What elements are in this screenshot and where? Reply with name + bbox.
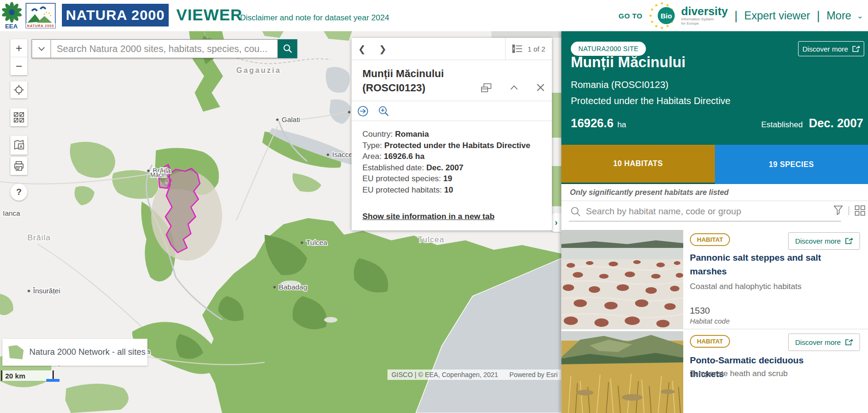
help-button[interactable]: ? (10, 184, 27, 201)
biodiversity-logo-text[interactable]: diversity Information System for Europe (681, 6, 728, 26)
popup-nav-row: ❮ ❯ 1 of 2 (352, 38, 552, 60)
svg-text:★: ★ (650, 19, 654, 24)
eea-logo-icon: EEA (1, 1, 25, 30)
dock-popup-button[interactable] (481, 83, 491, 92)
map-attribution: GISCO | © EEA, Copenhagen, 2021 Powered … (387, 369, 561, 380)
habitat-card[interactable]: HABITAT Discover more Ponto-Sarmatic dec… (561, 331, 868, 413)
map-place-label: Babadag (279, 283, 307, 291)
header-separator: | (815, 9, 822, 23)
habitat-discover-more-button[interactable]: Discover more (788, 334, 860, 351)
habitat-group: Temperate heath and scrub (690, 369, 788, 378)
habitat-discover-more-button[interactable]: Discover more (788, 232, 860, 250)
habitat-badge: HABITAT (690, 233, 730, 246)
discover-more-button[interactable]: Discover more (798, 41, 864, 56)
biodiversity-logo-icon[interactable]: ★★★ ★★★ ★★★ ★★★ Bio (647, 1, 677, 30)
scale-label: 20 km (2, 372, 26, 380)
tab-habitats[interactable]: 10 HABITATS (561, 145, 715, 184)
svg-text:★: ★ (650, 7, 654, 12)
zoom-in-button[interactable]: + (10, 39, 27, 57)
external-link-icon (845, 339, 853, 346)
map-place-label: Însurăței (33, 287, 60, 295)
collapse-popup-button[interactable] (510, 85, 518, 90)
scrollbar-fragment (46, 379, 60, 382)
close-popup-button[interactable] (537, 84, 544, 91)
close-icon (537, 84, 544, 91)
search-category-dropdown[interactable] (32, 39, 51, 58)
svg-text:★: ★ (654, 24, 658, 28)
map-place-label: Tulcea (418, 235, 444, 244)
sidebar-expander-button[interactable]: › (551, 213, 561, 232)
grid-view-icon[interactable] (855, 205, 868, 216)
site-info-new-tab-link[interactable]: Show site information in a new tab (362, 212, 495, 221)
locate-button[interactable] (10, 81, 27, 98)
habitat-search-input[interactable] (586, 204, 794, 219)
habitat-card[interactable]: HABITAT Discover more Pannonic salt step… (561, 230, 868, 329)
more-menu[interactable]: More (826, 9, 851, 22)
biodiversity-subtitle1: Information System (681, 18, 728, 21)
next-feature-button[interactable]: ❯ (372, 44, 393, 54)
map-place-label: Măcin (150, 171, 167, 178)
card-divider (561, 329, 868, 329)
habitat-discover-label: Discover more (795, 237, 841, 245)
popup-field: Area: 16926.6 ha (362, 151, 542, 162)
chevron-up-icon (510, 85, 518, 90)
habitat-code: 1530 (690, 306, 710, 316)
zoom-to-icon (357, 105, 369, 117)
popup-field: EU protected habitats: 10 (362, 185, 542, 196)
map-labels-button[interactable]: A (10, 136, 27, 155)
previous-feature-button[interactable]: ❮ (352, 44, 372, 54)
chevron-down-icon (38, 47, 45, 51)
popup-field: Established date: Dec. 2007 (362, 162, 542, 174)
biodiversity-word: diversity (681, 5, 728, 18)
magnify-feature-button[interactable] (378, 105, 389, 117)
external-link-icon (852, 45, 860, 53)
basemap-gallery-button[interactable] (10, 108, 27, 126)
habitat-photo (561, 230, 683, 329)
dock-icon (481, 83, 491, 92)
external-link-icon (845, 237, 853, 245)
habitat-code-label: Habitat code (690, 317, 730, 325)
search-icon (571, 207, 581, 217)
svg-text:A: A (19, 144, 23, 149)
eea-logo-text: EEA (5, 23, 18, 30)
print-button[interactable] (10, 157, 27, 175)
site-details-panel: NATURA2000 SITE Discover more Munții Măc… (561, 31, 868, 413)
site-title: Munții Măcinului (571, 54, 686, 71)
site-area-value: 16926.6 (571, 116, 613, 130)
expert-viewer-link[interactable]: Expert viewer (744, 9, 810, 22)
habitat-badge: HABITAT (690, 335, 730, 348)
site-protection-type: Protected under the Habitats Directive (571, 96, 730, 106)
disclaimer-link[interactable]: Disclaimer and note for dataset year 202… (240, 13, 389, 23)
map-place-label: Brăila (27, 233, 51, 242)
biodiversity-subtitle2: for Europe (681, 22, 728, 26)
habitat-group: Coastal and halophytic habitats (690, 282, 801, 291)
habitat-search-row: | (561, 201, 868, 223)
zoom-out-button[interactable]: − (10, 57, 27, 75)
svg-text:★: ★ (660, 1, 664, 6)
print-icon (14, 161, 24, 171)
tab-species[interactable]: 19 SPECIES (715, 145, 868, 184)
map-place-label: Galati (282, 115, 300, 123)
filter-icon[interactable] (834, 205, 843, 215)
map-search-input[interactable] (51, 39, 278, 58)
zoom-in-magnifier-icon (378, 105, 389, 117)
search-button[interactable] (278, 39, 297, 58)
site-established: Established Dec. 2007 (761, 116, 863, 130)
feature-list-icon[interactable] (512, 44, 523, 53)
site-stats-row: 16926.6 ha Established Dec. 2007 (571, 116, 863, 130)
goto-label: GO TO (619, 12, 643, 20)
habitat-title[interactable]: Pannonic salt steppes and salt marshes (690, 251, 836, 278)
svg-text:★: ★ (660, 26, 664, 30)
natura2000-logo-icon: NATURA 2000 (26, 3, 56, 28)
svg-text:★: ★ (654, 3, 658, 8)
feature-pagination: 1 of 2 (527, 45, 545, 53)
sidebar-tabs: 10 HABITATS 19 SPECIES (561, 145, 868, 184)
map-place-label: Gagauzia (236, 66, 281, 74)
map-place-label: Ianca (3, 209, 20, 217)
popup-actions-row (352, 101, 552, 121)
icon-divider: | (848, 205, 850, 216)
habitat-cards-list: HABITAT Discover more Pannonic salt step… (561, 230, 868, 413)
habitat-photo (561, 331, 683, 413)
zoom-to-feature-button[interactable] (357, 105, 369, 117)
search-underline (569, 221, 841, 221)
